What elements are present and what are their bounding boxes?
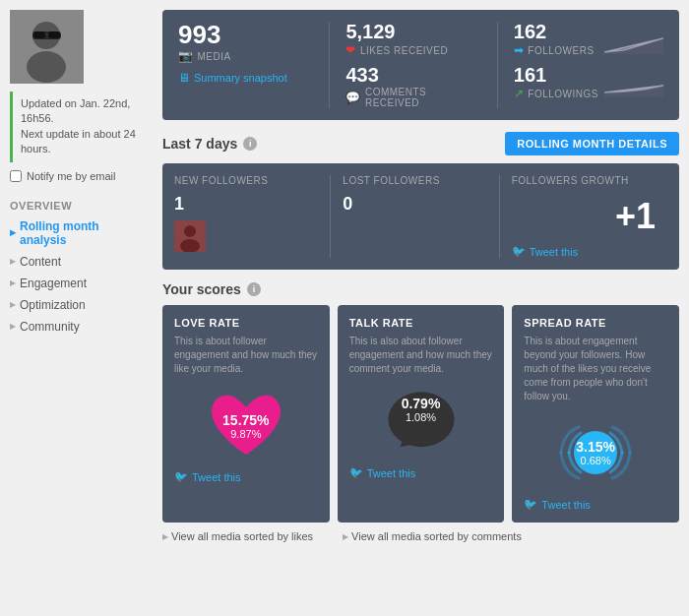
monitor-icon: 🖥 xyxy=(178,71,190,85)
spread-container: 3.15% 0.68% xyxy=(524,415,667,490)
bubble-text: 0.79% 1.08% xyxy=(402,396,441,423)
divider-2 xyxy=(497,22,498,108)
growth-value: +1 xyxy=(512,196,656,237)
love-rate-sub: 9.87% xyxy=(222,428,269,440)
divider-1 xyxy=(329,22,330,108)
stats-bar: 993 📷 MEDIA 🖥 Summary snapshot 5,129 ❤ L… xyxy=(162,10,679,120)
spread-text: 3.15% 0.68% xyxy=(576,439,615,466)
love-rate-title: LOVE RATE xyxy=(174,317,318,329)
notify-row: Notify me by email xyxy=(10,170,143,182)
middle-stats: 5,129 ❤ LIKES RECEIVED 433 💬 COMMENTS RE… xyxy=(345,22,480,108)
new-follower-avatars xyxy=(174,220,318,252)
followings-row: 161 ↗ FOLLOWINGS xyxy=(514,65,663,100)
growth-label: FOLLOWERS GROWTH xyxy=(512,175,656,186)
spread-rate-tweet[interactable]: 🐦 Tweet this xyxy=(524,498,667,511)
main-content: 993 📷 MEDIA 🖥 Summary snapshot 5,129 ❤ L… xyxy=(153,0,689,616)
followers-stat: 162 ➡ FOLLOWERS xyxy=(514,22,598,57)
right-stats: 162 ➡ FOLLOWERS 161 ↗ FOLLOWINGS xyxy=(514,22,663,100)
lost-followers-col: LOST FOLLOWERS 0 xyxy=(331,175,499,258)
heart-container: 15.75% 9.87% xyxy=(174,388,318,462)
comment-icon: 💬 xyxy=(345,91,361,104)
arrow-right-icon: ➡ xyxy=(514,43,525,57)
followers-chart xyxy=(604,25,663,54)
sidebar-update: Updated on Jan. 22nd, 16h56. Next update… xyxy=(10,92,148,162)
bubble-container: 0.79% 1.08% xyxy=(349,388,493,459)
sidebar-item-rolling[interactable]: Rolling month analysis xyxy=(0,216,153,251)
comments-stat: 433 💬 COMMENTS RECEIVED xyxy=(345,65,480,108)
talk-rate-desc: This is also about follower engagement a… xyxy=(349,335,493,376)
scores-grid: LOVE RATE This is about follower engagem… xyxy=(162,305,679,523)
scores-section: Your scores i LOVE RATE This is about fo… xyxy=(162,281,679,523)
spread-rate-card: SPREAD RATE This is about engagement bey… xyxy=(512,305,679,523)
tweet-growth-link[interactable]: 🐦 Tweet this xyxy=(512,245,656,258)
sidebar-item-community[interactable]: Community xyxy=(0,316,153,338)
info-icon: i xyxy=(243,137,257,151)
svg-point-6 xyxy=(27,51,66,83)
love-rate-value: 15.75% xyxy=(222,412,269,428)
followings-count: 161 xyxy=(514,65,598,85)
spread-rate-title: SPREAD RATE xyxy=(524,317,667,329)
twitter-bird-icon-2: 🐦 xyxy=(174,470,188,483)
notify-checkbox[interactable] xyxy=(10,170,22,182)
followings-stat: 161 ↗ FOLLOWINGS xyxy=(514,65,598,100)
bottom-links: View all media sorted by likes View all … xyxy=(162,530,679,542)
sidebar-item-optimization[interactable]: Optimization xyxy=(0,294,153,316)
media-label: 📷 MEDIA xyxy=(178,49,313,63)
rolling-month-button[interactable]: ROLLING MONTH DETAILS xyxy=(505,132,679,155)
likes-count: 5,129 xyxy=(345,22,480,41)
svg-rect-4 xyxy=(48,31,60,38)
scores-title: Your scores i xyxy=(162,281,679,297)
media-stat: 993 📷 MEDIA 🖥 Summary snapshot xyxy=(178,22,313,85)
heart-shape: 15.75% 9.87% xyxy=(204,388,288,462)
last7days-title: Last 7 days i xyxy=(162,136,257,152)
love-rate-desc: This is about follower engagement and ho… xyxy=(174,335,318,376)
spread-rate-sub: 0.68% xyxy=(576,455,615,466)
view-comments-link[interactable]: View all media sorted by comments xyxy=(343,530,522,542)
followers-count: 162 xyxy=(514,22,598,41)
love-rate-card: LOVE RATE This is about follower engagem… xyxy=(162,305,330,523)
likes-stat: 5,129 ❤ LIKES RECEIVED xyxy=(345,22,480,57)
bubble-shape: 0.79% 1.08% xyxy=(382,388,461,459)
comments-label: 💬 COMMENTS RECEIVED xyxy=(345,87,480,108)
media-count: 993 xyxy=(178,22,313,47)
twitter-bird-icon-3: 🐦 xyxy=(349,466,363,479)
sidebar-item-engagement[interactable]: Engagement xyxy=(0,273,153,294)
new-followers-label: NEW FOLLOWERS xyxy=(174,175,318,186)
new-followers-count: 1 xyxy=(174,194,318,215)
last7days-header: Last 7 days i ROLLING MONTH DETAILS xyxy=(162,132,679,155)
growth-col: FOLLOWERS GROWTH +1 🐦 Tweet this xyxy=(500,175,667,258)
overview-label: Overview xyxy=(0,194,153,216)
spread-rate-desc: This is about engagement beyond your fol… xyxy=(524,335,667,403)
twitter-bird-icon-4: 🐦 xyxy=(524,498,537,511)
arrow-up-icon: ↗ xyxy=(514,87,525,100)
followers-panel: NEW FOLLOWERS 1 LOST FOLLOWERS 0 FOLLOWE… xyxy=(162,163,679,270)
heart-text: 15.75% 9.87% xyxy=(222,412,269,440)
new-followers-col: NEW FOLLOWERS 1 xyxy=(174,175,331,258)
comments-count: 433 xyxy=(345,65,480,85)
twitter-bird-icon: 🐦 xyxy=(512,245,526,258)
view-likes-link[interactable]: View all media sorted by likes xyxy=(162,530,313,542)
followings-label: ↗ FOLLOWINGS xyxy=(514,87,598,100)
svg-rect-3 xyxy=(33,31,45,38)
camera-icon: 📷 xyxy=(178,49,194,63)
talk-rate-title: TALK RATE xyxy=(349,317,493,329)
talk-rate-card: TALK RATE This is also about follower en… xyxy=(338,305,505,523)
talk-rate-tweet[interactable]: 🐦 Tweet this xyxy=(349,466,493,479)
followers-row: 162 ➡ FOLLOWERS xyxy=(514,22,663,57)
love-rate-tweet[interactable]: 🐦 Tweet this xyxy=(174,470,318,483)
likes-label: ❤ LIKES RECEIVED xyxy=(345,43,480,57)
sidebar-item-content[interactable]: Content xyxy=(0,251,153,273)
followers-label: ➡ FOLLOWERS xyxy=(514,43,598,57)
svg-rect-5 xyxy=(45,33,48,35)
spread-rate-value: 3.15% xyxy=(576,439,615,455)
sidebar: Updated on Jan. 22nd, 16h56. Next update… xyxy=(0,0,153,616)
talk-rate-sub: 1.08% xyxy=(402,411,441,423)
avatar xyxy=(10,10,84,84)
summary-snapshot-link[interactable]: 🖥 Summary snapshot xyxy=(178,71,313,85)
heart-icon: ❤ xyxy=(345,43,356,57)
followings-chart xyxy=(604,68,663,97)
follower-avatar-1 xyxy=(174,220,206,252)
lost-followers-label: LOST FOLLOWERS xyxy=(343,175,486,186)
svg-point-12 xyxy=(184,225,196,237)
spread-shape: 3.15% 0.68% xyxy=(551,415,640,490)
